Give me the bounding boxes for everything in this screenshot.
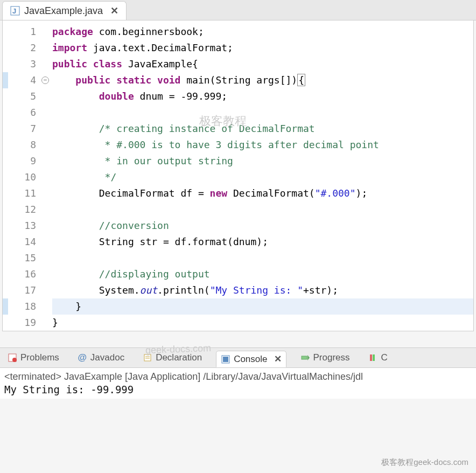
code-line[interactable]: /* creating instance of DecimalFormat (52, 121, 473, 137)
editor-tab[interactable]: J JavaExample.java ✕ (2, 1, 127, 20)
line-number: 18 (8, 298, 36, 315)
bottom-panel: Problems @ Javadoc Declaration Console ✕… (0, 347, 476, 399)
svg-rect-4 (144, 354, 151, 361)
problems-icon (8, 353, 17, 363)
line-number: 9 (8, 153, 36, 169)
line-number: 11 (8, 185, 36, 201)
bottom-tab-bar: Problems @ Javadoc Declaration Console ✕… (0, 348, 476, 368)
svg-rect-6 (223, 357, 228, 362)
fold-toggle-icon[interactable]: − (41, 76, 49, 84)
line-number: 8 (8, 137, 36, 153)
line-number-gutter: 12345678910111213141516171819 (8, 20, 40, 331)
code-line[interactable] (52, 250, 473, 266)
declaration-icon (143, 353, 152, 363)
code-line[interactable]: //displaying output (52, 266, 473, 282)
line-number: 2 (8, 40, 36, 56)
code-line[interactable]: double dnum = -99.999; (52, 88, 473, 105)
progress-icon (300, 353, 310, 363)
line-number: 14 (8, 234, 36, 250)
marker-strip (3, 20, 8, 331)
javadoc-icon: @ (78, 353, 87, 363)
code-line[interactable]: DecimalFormat df = new DecimalFormat("#.… (52, 185, 473, 201)
line-number: 1 (8, 24, 36, 40)
line-number: 19 (8, 315, 36, 331)
tab-problems[interactable]: Problems (3, 350, 64, 365)
line-number: 10 (8, 169, 36, 185)
svg-point-3 (12, 358, 17, 362)
editor-tab-bar: J JavaExample.java ✕ (0, 0, 476, 20)
tab-javadoc[interactable]: @ Javadoc (73, 350, 129, 365)
tab-declaration[interactable]: Declaration (138, 350, 206, 365)
tab-filename: JavaExample.java (24, 5, 103, 17)
fold-strip: − (40, 20, 50, 331)
tab-more[interactable]: C (364, 350, 392, 365)
line-number: 3 (8, 56, 36, 72)
line-number: 17 (8, 282, 36, 298)
code-content[interactable]: package com.beginnersbook;import java.te… (50, 20, 473, 331)
close-icon[interactable]: ✕ (110, 5, 118, 17)
java-file-icon: J (10, 6, 20, 16)
code-line[interactable]: } (52, 298, 473, 315)
line-number: 15 (8, 250, 36, 266)
code-line[interactable]: public class JavaExample{ (52, 56, 473, 72)
line-number: 12 (8, 201, 36, 218)
close-icon[interactable]: ✕ (274, 353, 282, 365)
code-line[interactable]: import java.text.DecimalFormat; (52, 40, 473, 56)
code-line[interactable]: //conversion (52, 218, 473, 234)
code-line[interactable] (52, 105, 473, 121)
svg-text:J: J (12, 7, 16, 15)
code-line[interactable] (52, 201, 473, 218)
code-line[interactable]: * #.000 is to have 3 digits after decima… (52, 137, 473, 153)
code-editor: 12345678910111213141516171819 − package … (2, 20, 474, 331)
console-run-header: <terminated> JavaExample [Java Applicati… (4, 371, 472, 382)
console-output-line: My String is: -99.999 (4, 384, 472, 395)
console-body: <terminated> JavaExample [Java Applicati… (0, 368, 476, 399)
line-number: 6 (8, 105, 36, 121)
code-line[interactable]: } (52, 315, 473, 331)
line-number: 13 (8, 218, 36, 234)
line-number: 5 (8, 88, 36, 105)
footer-watermark: 极客教程geek-docs.com (381, 457, 468, 468)
code-line[interactable]: * in our output string (52, 153, 473, 169)
code-line[interactable]: package com.beginnersbook; (52, 24, 473, 40)
svg-rect-7 (302, 356, 307, 359)
code-line[interactable]: String str = df.format(dnum); (52, 234, 473, 250)
svg-rect-9 (373, 354, 375, 361)
line-number: 16 (8, 266, 36, 282)
coverage-icon (368, 353, 378, 363)
console-icon (221, 354, 230, 364)
code-line[interactable]: System.out.println("My String is: "+str)… (52, 282, 473, 298)
code-line[interactable]: */ (52, 169, 473, 185)
tab-progress[interactable]: Progress (296, 350, 354, 365)
line-number: 4 (8, 72, 36, 88)
line-number: 7 (8, 121, 36, 137)
code-line[interactable]: public static void main(String args[]){ (52, 72, 473, 88)
tab-console[interactable]: Console ✕ (216, 351, 286, 367)
svg-rect-8 (370, 354, 372, 361)
